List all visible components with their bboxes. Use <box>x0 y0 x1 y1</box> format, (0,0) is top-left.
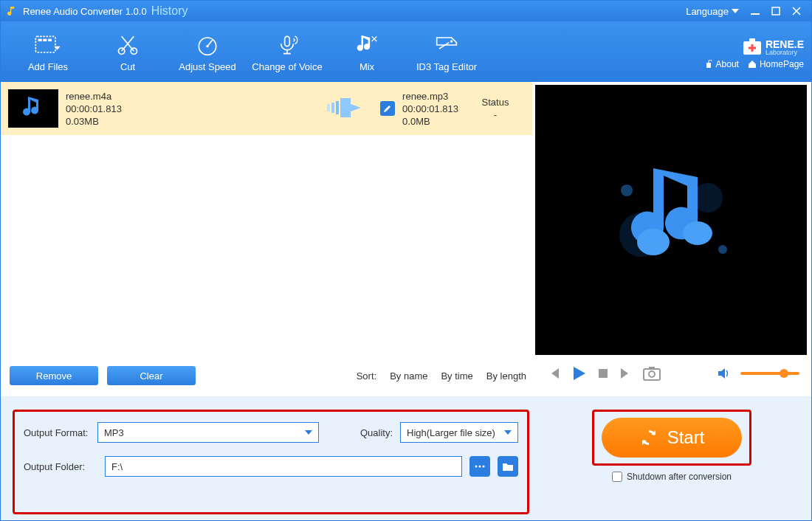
svg-rect-24 <box>599 369 608 378</box>
remove-button[interactable]: Remove <box>10 366 98 385</box>
brand-name: RENE.E <box>765 39 804 49</box>
svg-rect-4 <box>43 38 47 41</box>
output-settings: Output Format: MP3 Quality: High(Larger … <box>1 396 811 520</box>
output-folder-label: Output Folder: <box>24 461 97 472</box>
chevron-down-icon <box>504 430 512 435</box>
output-format-value: MP3 <box>104 427 124 438</box>
start-highlight: Start <box>592 410 751 466</box>
source-size: 0.03MB <box>66 116 122 127</box>
svg-point-20 <box>621 184 633 196</box>
minimize-button[interactable] <box>745 4 765 18</box>
volume-icon[interactable] <box>717 367 730 380</box>
clear-button[interactable]: Clear <box>107 366 196 385</box>
workarea: renee.m4a 00:00:01.813 0.03MB renee.mp3 … <box>1 82 811 355</box>
brand-sub: Laboratory <box>765 49 804 56</box>
output-format-label: Output Format: <box>24 427 90 438</box>
list-actions-bar: Remove Clear Sort: By name By time By le… <box>1 355 535 396</box>
output-folder-input[interactable]: F:\ <box>105 456 462 477</box>
svg-point-22 <box>637 229 670 255</box>
change-voice-label: Change of Voice <box>252 61 322 72</box>
next-button[interactable] <box>619 367 633 380</box>
prev-button[interactable] <box>547 367 560 380</box>
dest-duration: 00:00:01.813 <box>402 103 458 114</box>
quality-select[interactable]: High(Larger file size) <box>400 422 518 443</box>
edit-icon[interactable] <box>380 101 395 116</box>
source-info: renee.m4a 00:00:01.813 0.03MB <box>66 91 122 127</box>
volume-slider[interactable] <box>740 372 799 375</box>
svg-point-29 <box>479 466 481 468</box>
quality-value: High(Larger file size) <box>407 427 495 438</box>
shutdown-label: Shutdown after conversion <box>627 472 732 482</box>
cut-label: Cut <box>120 61 135 72</box>
shutdown-checkbox-input[interactable] <box>612 472 622 482</box>
play-button[interactable] <box>571 365 587 382</box>
output-panel-highlight: Output Format: MP3 Quality: High(Larger … <box>13 410 529 514</box>
refresh-icon <box>639 428 658 447</box>
svg-rect-5 <box>48 38 52 41</box>
source-duration: 00:00:01.813 <box>66 103 122 114</box>
start-button[interactable]: Start <box>602 418 742 458</box>
svg-rect-17 <box>336 101 339 114</box>
sort-by-time[interactable]: By time <box>441 370 472 382</box>
add-files-label: Add Files <box>28 61 68 72</box>
maximize-button[interactable] <box>765 4 786 18</box>
brand-logo: RENE.E Laboratory <box>742 37 804 58</box>
svg-point-23 <box>683 221 712 245</box>
language-label: Language <box>686 6 729 17</box>
output-format-select[interactable]: MP3 <box>97 422 319 443</box>
svg-point-21 <box>718 245 727 254</box>
about-link[interactable]: About <box>704 59 739 69</box>
svg-rect-10 <box>285 36 290 46</box>
id3-label: ID3 Tag Editor <box>416 61 477 72</box>
dest-info: renee.mp3 00:00:01.813 0.0MB <box>402 91 458 127</box>
mix-button[interactable]: Mix <box>327 23 407 80</box>
titlebar: Renee Audio Converter 1.0.0 History Lang… <box>1 1 811 21</box>
sort-by-length[interactable]: By length <box>486 370 526 382</box>
file-thumbnail <box>8 89 58 128</box>
svg-rect-14 <box>706 63 711 68</box>
player-controls <box>535 355 811 392</box>
svg-rect-16 <box>331 103 334 113</box>
svg-rect-15 <box>327 104 330 111</box>
language-dropdown[interactable]: Language <box>686 6 739 17</box>
cut-button[interactable]: Cut <box>88 23 168 80</box>
change-voice-button[interactable]: Change of Voice <box>247 23 327 80</box>
app-logo-icon <box>5 4 18 18</box>
file-row[interactable]: renee.m4a 00:00:01.813 0.03MB renee.mp3 … <box>1 82 532 135</box>
svg-rect-26 <box>649 367 655 370</box>
id3-editor-button[interactable]: ID3 Tag Editor <box>407 23 486 80</box>
browse-button[interactable] <box>469 456 490 477</box>
source-filename: renee.m4a <box>66 91 122 102</box>
toolbar: Add Files Cut Adjust Speed Change of Voi… <box>1 21 811 82</box>
svg-point-27 <box>649 371 655 377</box>
svg-rect-2 <box>35 36 55 52</box>
app-title: Renee Audio Converter 1.0.0 <box>23 6 147 17</box>
close-button[interactable] <box>786 4 807 18</box>
homepage-link[interactable]: HomePage <box>748 59 804 69</box>
svg-rect-13 <box>749 38 755 43</box>
add-files-button[interactable]: Add Files <box>8 23 88 80</box>
status-header: Status <box>466 97 525 108</box>
shutdown-checkbox[interactable]: Shutdown after conversion <box>612 472 732 482</box>
svg-point-11 <box>450 40 453 42</box>
history-link[interactable]: History <box>151 4 188 18</box>
output-folder-value: F:\ <box>111 461 123 472</box>
svg-rect-3 <box>38 38 42 41</box>
svg-point-9 <box>206 45 208 47</box>
stop-button[interactable] <box>597 368 609 379</box>
sort-label: Sort: <box>357 370 376 382</box>
adjust-speed-button[interactable]: Adjust Speed <box>168 23 247 80</box>
svg-point-28 <box>475 466 478 468</box>
dest-size: 0.0MB <box>402 116 458 127</box>
svg-point-30 <box>483 466 485 468</box>
svg-rect-1 <box>772 7 780 15</box>
open-folder-button[interactable] <box>498 456 518 477</box>
status-col: Status - <box>466 97 525 120</box>
mix-label: Mix <box>359 61 374 72</box>
sort-by-name[interactable]: By name <box>390 370 427 382</box>
svg-rect-0 <box>751 13 760 15</box>
adjust-speed-label: Adjust Speed <box>179 61 235 72</box>
snapshot-button[interactable] <box>643 366 661 381</box>
arrow-icon <box>326 97 365 121</box>
quality-label: Quality: <box>326 427 393 438</box>
